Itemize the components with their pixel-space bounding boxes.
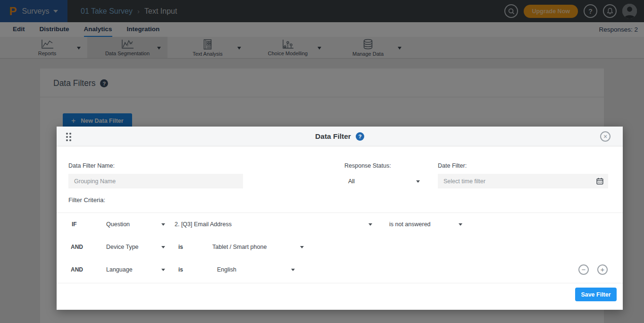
date-filter-placeholder: Select time filter — [443, 178, 485, 185]
field-select[interactable]: Question — [106, 221, 130, 228]
chevron-down-icon[interactable] — [161, 223, 165, 228]
response-status-value: All — [348, 178, 355, 185]
date-filter-label: Date Filter: — [438, 162, 467, 169]
divider — [57, 283, 623, 283]
chevron-down-icon[interactable] — [459, 223, 462, 228]
connector-label: IF — [72, 221, 77, 228]
connector-label: AND — [71, 266, 83, 273]
add-criteria-button[interactable]: + — [597, 264, 608, 275]
data-filter-modal: Data Filter ? × Data Filter Name: Respon… — [57, 127, 623, 310]
remove-criteria-button[interactable]: − — [578, 264, 589, 275]
value-select[interactable]: Tablet / Smart phone — [212, 244, 267, 250]
filter-name-input[interactable] — [68, 174, 243, 188]
connector-label: AND — [71, 244, 83, 250]
filter-name-label: Data Filter Name: — [68, 162, 115, 169]
divider — [57, 212, 623, 213]
field-select[interactable]: Language — [106, 266, 133, 273]
operator-label: is — [178, 266, 183, 273]
value-select[interactable]: English — [217, 266, 236, 273]
chevron-down-icon[interactable] — [300, 246, 304, 250]
response-status-select[interactable]: All — [344, 174, 421, 188]
save-filter-button[interactable]: Save Filter — [575, 288, 617, 301]
date-filter-input[interactable]: Select time filter — [438, 174, 608, 188]
field-select[interactable]: Device Type — [106, 244, 139, 250]
criteria-row-2: AND Device Type is Tablet / Smart phone — [57, 239, 623, 255]
response-status-label: Response Status: — [344, 162, 391, 169]
question-select[interactable]: 2. [Q3] Email Address — [175, 221, 232, 228]
chevron-down-icon[interactable] — [368, 223, 372, 228]
chevron-down-icon — [416, 180, 420, 185]
calendar-icon[interactable] — [596, 178, 603, 186]
close-icon[interactable]: × — [600, 131, 611, 142]
criteria-row-3: AND Language is English − + — [57, 262, 623, 278]
condition-select[interactable]: is not answered — [389, 221, 431, 228]
chevron-down-icon[interactable] — [291, 269, 295, 273]
chevron-down-icon[interactable] — [161, 246, 165, 250]
operator-label: is — [178, 244, 183, 250]
modal-title-wrap: Data Filter ? — [57, 127, 623, 146]
filter-criteria-label: Filter Criteria: — [68, 196, 105, 204]
criteria-row-1: IF Question 2. [Q3] Email Address is not… — [57, 216, 623, 232]
modal-title: Data Filter — [315, 132, 351, 141]
chevron-down-icon[interactable] — [161, 269, 165, 273]
modal-header: Data Filter ? × — [57, 127, 623, 146]
modal-help-icon[interactable]: ? — [356, 132, 364, 141]
